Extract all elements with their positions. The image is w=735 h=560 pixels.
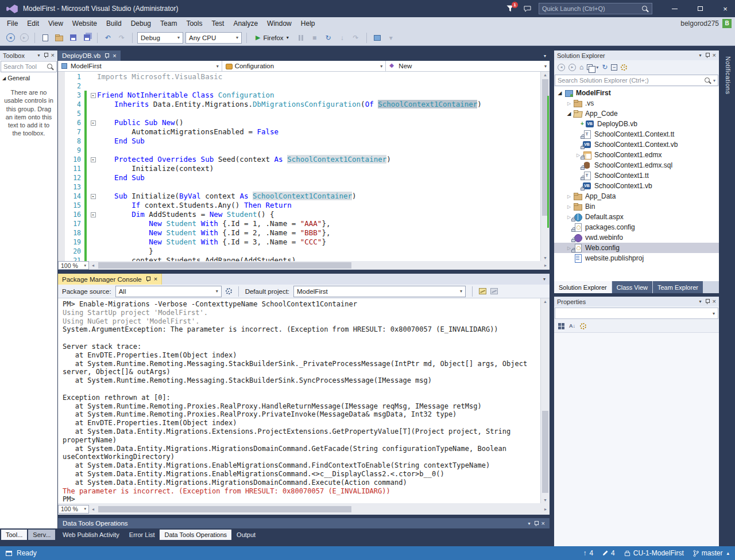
menu-file[interactable]: File: [2, 17, 22, 30]
categorized-button[interactable]: [558, 322, 564, 331]
tree-item-schoolcontext1-vb[interactable]: SchoolContext1.vb: [554, 181, 719, 191]
back-button[interactable]: ◂: [558, 63, 565, 72]
scroll-left-icon[interactable]: ◂: [89, 505, 97, 514]
toolbar-options-button[interactable]: ▾: [385, 32, 397, 44]
scroll-right-icon[interactable]: ▸: [541, 261, 550, 270]
pmc-horizontal-scrollbar[interactable]: ◂ ▸: [89, 505, 550, 514]
open-file-button[interactable]: [53, 32, 65, 44]
expander-icon[interactable]: ▷: [566, 101, 572, 106]
menu-website[interactable]: Website: [68, 17, 102, 30]
solution-configuration-dropdown[interactable]: Debug▾: [137, 32, 183, 44]
tab-web-publish-activity[interactable]: Web Publish Activity: [58, 530, 124, 540]
console-output[interactable]: PM> Enable-Migrations -Verbose -Contextt…: [58, 298, 540, 503]
close-icon[interactable]: ×: [51, 52, 55, 59]
tree-item-schoolcontext1-edmx-sql[interactable]: SchoolContext1.edmx.sql: [554, 160, 719, 170]
tree-item-bin[interactable]: ▷Bin: [554, 201, 719, 212]
fold-toggle[interactable]: -: [91, 212, 96, 217]
tree-item-vs[interactable]: ▷.vs: [554, 98, 719, 108]
scroll-up-icon[interactable]: ▲: [541, 73, 550, 77]
browser-link-button[interactable]: [372, 32, 383, 44]
pending-edits-button[interactable]: 4: [602, 549, 615, 557]
feedback-icon[interactable]: [521, 3, 533, 14]
tree-item-packages-config[interactable]: packages.config: [554, 222, 719, 232]
menu-debug[interactable]: Debug: [126, 17, 156, 30]
new-file-button[interactable]: [40, 32, 51, 44]
window-menu-icon[interactable]: ▾: [528, 521, 531, 526]
scrollbar-thumb[interactable]: [98, 506, 351, 512]
tree-item-default-aspx[interactable]: ▷Default.aspx: [554, 212, 719, 222]
project-dropdown[interactable]: ModelFirst ▾: [58, 61, 222, 71]
scroll-right-icon[interactable]: ▸: [541, 505, 550, 514]
pin-icon[interactable]: [43, 52, 48, 59]
window-menu-icon[interactable]: ▾: [699, 299, 702, 304]
menu-team[interactable]: Team: [156, 17, 181, 30]
tab-serv[interactable]: Serv...: [28, 530, 55, 540]
close-icon[interactable]: ×: [113, 53, 116, 59]
scroll-down-icon[interactable]: ▼: [541, 256, 550, 260]
maximize-button[interactable]: [690, 1, 710, 16]
stop-button[interactable]: ■: [309, 32, 320, 44]
close-icon[interactable]: ×: [154, 276, 157, 282]
pin-icon[interactable]: [533, 520, 539, 527]
menu-build[interactable]: Build: [102, 17, 126, 30]
scrollbar-thumb[interactable]: [542, 411, 548, 493]
active-files-dropdown-icon[interactable]: ▾: [544, 53, 546, 59]
tree-item-app-data[interactable]: ▷App_Data: [554, 191, 719, 201]
stop-command-button[interactable]: [490, 288, 498, 294]
tab-solution-explorer[interactable]: Solution Explorer: [554, 281, 612, 293]
expander-icon[interactable]: ▷: [566, 204, 572, 209]
expander-icon[interactable]: ◢: [566, 111, 572, 116]
fold-toggle[interactable]: -: [91, 157, 96, 162]
document-tab-deploydb[interactable]: DeployDB.vb ×: [58, 50, 121, 61]
clear-console-button[interactable]: [479, 288, 486, 294]
package-source-dropdown[interactable]: All▾: [115, 286, 222, 297]
notifications-tab[interactable]: Notifications: [721, 50, 735, 546]
breakpoint-margin[interactable]: [58, 72, 65, 261]
pmc-tab[interactable]: Package Manager Console ×: [58, 274, 162, 285]
pin-icon[interactable]: [705, 298, 710, 305]
tree-item-web-config[interactable]: ▷Web.config: [554, 243, 719, 253]
tree-item-deploydb-vb[interactable]: +DeployDB.vb: [554, 119, 719, 129]
properties-object-dropdown[interactable]: ▾: [555, 308, 718, 319]
start-debugging-button[interactable]: ▶ Firefox ▾: [252, 32, 293, 44]
quick-launch-input[interactable]: [542, 5, 641, 12]
property-pages-button[interactable]: [580, 322, 586, 331]
fold-toggle[interactable]: -: [91, 120, 96, 126]
redo-button[interactable]: ↷: [116, 32, 127, 44]
tab-tool[interactable]: Tool...: [1, 530, 27, 540]
menu-test[interactable]: Test: [207, 17, 229, 30]
chevron-down-icon[interactable]: ▾: [713, 78, 715, 83]
close-icon[interactable]: ×: [541, 520, 545, 527]
menu-edit[interactable]: Edit: [22, 17, 44, 30]
default-project-dropdown[interactable]: ModelFirst▾: [293, 286, 466, 297]
editor-vertical-scrollbar[interactable]: ▲ ▼: [540, 72, 550, 261]
scroll-down-icon[interactable]: ▼: [541, 498, 550, 502]
fold-toggle[interactable]: -: [91, 194, 96, 199]
tree-item-app-code[interactable]: ◢App_Code: [554, 108, 719, 119]
window-menu-icon[interactable]: ▾: [543, 277, 546, 282]
refresh-button[interactable]: ↻: [602, 63, 608, 72]
collapse-all-button[interactable]: −: [611, 63, 617, 72]
solution-platform-dropdown[interactable]: Any CPU▾: [185, 32, 242, 44]
minimize-button[interactable]: [665, 1, 684, 16]
tree-item-vwd-webinfo[interactable]: vwd.webinfo: [554, 232, 719, 243]
fold-toggle[interactable]: -: [91, 93, 96, 98]
step-over-button[interactable]: ↷: [350, 32, 362, 44]
window-menu-icon[interactable]: ▾: [38, 53, 40, 58]
close-icon[interactable]: ×: [713, 52, 716, 59]
forward-button[interactable]: ▸: [568, 63, 576, 72]
tree-item-schoolcontext1-context-vb[interactable]: SchoolContext1.Context.vb: [554, 139, 719, 150]
tab-output[interactable]: Output: [232, 530, 260, 540]
code-editor[interactable]: 1Imports Microsoft.VisualBasic23-Friend …: [58, 72, 550, 261]
restart-button[interactable]: ↻: [323, 32, 334, 44]
scroll-up-icon[interactable]: ▲: [541, 300, 550, 304]
zoom-level-dropdown[interactable]: 100 %▾: [58, 505, 89, 514]
pin-icon[interactable]: [145, 276, 150, 282]
tree-item-schoolcontext1-edmx[interactable]: ▷SchoolContext1.edmx: [554, 150, 719, 160]
close-button[interactable]: ×: [715, 1, 735, 16]
tree-item-website-publishproj[interactable]: website.publishproj: [554, 253, 719, 263]
tree-item-modelfirst[interactable]: ◢ModelFirst: [554, 88, 719, 98]
tab-data-tools-operations[interactable]: Data Tools Operations: [160, 530, 231, 540]
pin-icon[interactable]: [705, 52, 710, 59]
tree-item-schoolcontext1-context-tt[interactable]: SchoolContext1.Context.tt: [554, 129, 719, 139]
